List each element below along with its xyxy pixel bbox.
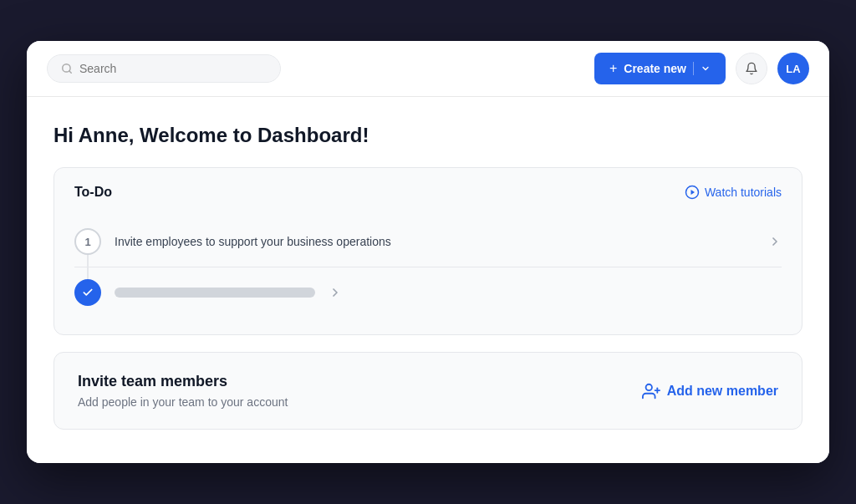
- create-new-button[interactable]: + Create new: [594, 53, 726, 84]
- todo-item-blurred-2: [115, 288, 315, 298]
- avatar-initials: LA: [786, 63, 800, 75]
- todo-card-header: To-Do Watch tutorials: [74, 185, 782, 200]
- invite-card-subtext: Add people in your team to your account: [78, 395, 288, 409]
- todo-item-1[interactable]: 1 Invite employees to support your busin…: [74, 216, 782, 267]
- divider: [693, 62, 694, 75]
- welcome-heading: Hi Anne, Welcome to Dashboard!: [54, 124, 802, 147]
- svg-marker-3: [690, 190, 695, 195]
- step-number-1: 1: [84, 236, 90, 248]
- step-indicator-1: 1: [74, 228, 101, 255]
- top-bar: + Create new LA: [27, 41, 829, 97]
- browser-window: + Create new LA Hi Anne, Welcome to Dash…: [27, 41, 829, 463]
- invite-card-text: Invite team members Add people in your t…: [78, 373, 288, 409]
- add-member-button[interactable]: Add new member: [642, 382, 778, 400]
- watch-tutorials-button[interactable]: Watch tutorials: [685, 185, 782, 200]
- search-box[interactable]: [47, 54, 281, 83]
- check-icon: [82, 287, 94, 298]
- todo-title: To-Do: [74, 185, 112, 200]
- todo-item-text-1: Invite employees to support your busines…: [115, 235, 755, 248]
- invite-card-heading: Invite team members: [78, 373, 288, 390]
- todo-card: To-Do Watch tutorials 1 Invite employ: [54, 167, 802, 335]
- bell-icon: [745, 62, 758, 75]
- chevron-right-icon-1: [768, 235, 782, 248]
- chevron-right-icon-2: [329, 286, 342, 299]
- notification-button[interactable]: [736, 53, 767, 84]
- create-new-label: Create new: [624, 62, 686, 75]
- add-member-label: Add new member: [667, 384, 778, 399]
- main-content: Hi Anne, Welcome to Dashboard! To-Do Wat…: [27, 97, 829, 463]
- plus-icon: +: [609, 61, 617, 76]
- invite-card: Invite team members Add people in your t…: [54, 352, 802, 430]
- todo-item-2[interactable]: [74, 267, 782, 318]
- top-bar-right: + Create new LA: [594, 53, 809, 84]
- chevron-down-icon: [701, 64, 711, 74]
- add-member-icon: [642, 382, 660, 400]
- step-indicator-2: [74, 279, 101, 306]
- watch-tutorials-label: Watch tutorials: [705, 186, 782, 199]
- search-input[interactable]: [79, 62, 267, 75]
- play-circle-icon: [685, 185, 700, 200]
- search-icon: [61, 63, 73, 74]
- svg-line-1: [69, 71, 72, 74]
- avatar[interactable]: LA: [777, 53, 809, 84]
- svg-point-4: [645, 384, 651, 389]
- todo-items-wrapper: 1 Invite employees to support your busin…: [74, 216, 782, 318]
